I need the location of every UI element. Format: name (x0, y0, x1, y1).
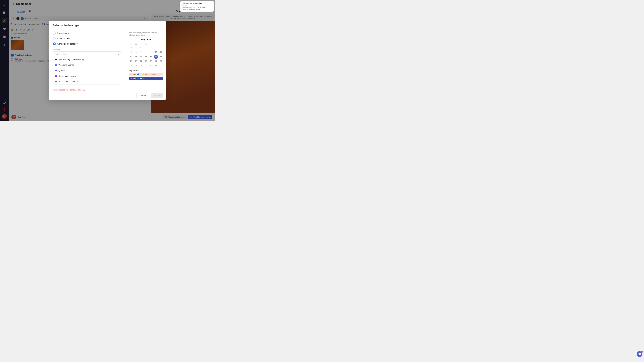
modal-right: View your already scheduled posts by sel… (126, 29, 166, 87)
cal-day[interactable]: 29 (134, 46, 138, 50)
chevron-up-icon: ▲ (118, 53, 120, 55)
category-dot-content (55, 81, 57, 82)
category-item-quotes[interactable]: Quotes (53, 68, 122, 73)
scheduled-post-1[interactable]: 01:00 PM f ✉️ ✅ 🟠 Your Wishlist, ... (129, 73, 163, 76)
post2-time: 06:03 PM (130, 78, 136, 79)
category-dot-memes (55, 64, 57, 66)
category-label-memes: Weekend Memes (58, 64, 74, 66)
post2-emoji: ✉️ (140, 78, 142, 79)
category-dropdown-header[interactable]: Select category ▲ (53, 52, 122, 57)
category-dot-quotes (55, 70, 57, 71)
category-placeholder: Select category (55, 53, 69, 55)
custom-time-label: Custom time (57, 37, 70, 40)
notif-app: "NOTION" NOTIFICATIONS (182, 2, 212, 4)
category-item-news[interactable]: Social Media News (53, 73, 122, 79)
schedule-by-category-label: Schedule by category (57, 42, 78, 45)
cal-day[interactable]: 6 (134, 50, 138, 54)
cal-day[interactable]: 28 (129, 46, 133, 50)
post1-text: Your Wishlist, ... (148, 73, 158, 75)
notif-time: 4m ago (182, 4, 212, 6)
cal-day-today[interactable]: 17 (154, 55, 158, 59)
post1-time: 01:00 PM (130, 73, 136, 75)
post1-fb-icon: f (137, 73, 139, 75)
option-immediately[interactable]: Immediately (53, 32, 122, 35)
cal-day[interactable]: 28 (139, 64, 143, 68)
category-dot-videos (55, 59, 57, 60)
radio-schedule-by-category (53, 42, 56, 45)
cal-day[interactable]: 18 (159, 55, 163, 59)
cal-day[interactable]: 27 (134, 64, 138, 68)
category-item-videos[interactable]: Best Posting Times (Videos) (53, 57, 122, 62)
category-item-memes[interactable]: Weekend Memes (53, 62, 122, 68)
cal-day[interactable]: 23 (149, 59, 153, 63)
modal-overlay: Select schedule type Immediately Custom … (0, 0, 215, 121)
cal-day[interactable]: 1 (144, 46, 148, 50)
cal-day[interactable]: 30 (149, 64, 153, 68)
cal-day[interactable]: 3 (154, 46, 158, 50)
cal-day[interactable]: 12 (129, 55, 133, 59)
category-label-content: Social Media Content (58, 80, 78, 83)
radio-custom-time (53, 37, 56, 40)
radio-immediately (53, 32, 56, 35)
modal-body: Immediately Custom time Schedule by cate… (49, 29, 166, 87)
cal-day[interactable]: 25 (159, 59, 163, 63)
notification-toast: "NOTION" NOTIFICATIONS 4m ago Notificati… (180, 1, 214, 12)
category-item-content[interactable]: Social Media Content (53, 79, 122, 84)
post1-check: ✅ (142, 73, 144, 75)
category-label-videos: Best Posting Times (Videos) (58, 58, 84, 61)
calendar-month-year: May 2024 (141, 38, 151, 41)
category-dropdown: Select category ▲ Best Posting Times (Vi… (53, 51, 122, 84)
cal-day[interactable]: 4 (159, 46, 163, 50)
apply-button[interactable]: Apply (151, 93, 163, 98)
error-message: Please select a valid schedule category (49, 87, 166, 91)
cal-day[interactable]: 7 (139, 50, 143, 54)
immediately-label: Immediately (57, 32, 69, 34)
cal-day[interactable]: 19 (129, 59, 133, 63)
schedule-modal: Select schedule type Immediately Custom … (49, 21, 166, 100)
cal-day[interactable]: 21 (139, 59, 143, 63)
cal-day[interactable]: 31 (154, 64, 158, 68)
option-schedule-by-category[interactable]: Schedule by category (53, 42, 122, 45)
cancel-button[interactable]: Cancel (136, 93, 150, 98)
cal-day[interactable]: 29 (144, 64, 148, 68)
scheduled-post-2[interactable]: 06:03 PM f ✉️ 🔰 (129, 77, 163, 80)
cal-day[interactable]: 10 (154, 50, 158, 54)
cal-day[interactable]: 30 (139, 46, 143, 50)
calendar-prev-button[interactable]: ‹ (129, 38, 131, 41)
category-section: Category Select category ▲ Best Posting … (53, 48, 122, 84)
category-label: Category (53, 48, 122, 50)
cal-day[interactable]: 8 (144, 50, 148, 54)
option-custom-time[interactable]: Custom time (53, 37, 122, 40)
cal-day[interactable]: 13 (134, 55, 138, 59)
modal-footer: Cancel Apply (49, 91, 166, 100)
calendar-next-button[interactable]: › (161, 38, 163, 41)
category-label-quotes: Quotes (58, 69, 65, 72)
calendar-grid: S M T W T F S 28 29 30 1 2 3 4 5 (129, 43, 163, 68)
post1-emoji: ✉️ (140, 73, 142, 75)
cal-day[interactable]: 26 (129, 64, 133, 68)
cal-day[interactable]: 16 (149, 55, 153, 59)
cal-day[interactable]: 11 (159, 50, 163, 54)
post2-badge: 🔰 (142, 78, 144, 79)
cal-day[interactable]: 20 (134, 59, 138, 63)
notif-text: Notifications may include alerts, sounds… (182, 6, 212, 10)
selected-date: May 17 2024 (129, 70, 163, 72)
cal-day[interactable]: 2 (149, 46, 153, 50)
category-list: Best Posting Times (Videos) Weekend Meme… (53, 57, 122, 84)
cal-day[interactable]: 22 (144, 59, 148, 63)
cal-day[interactable]: 1 (159, 64, 163, 68)
cal-day[interactable]: 14 (139, 55, 143, 59)
calendar-nav: ‹ May 2024 › (129, 38, 163, 41)
category-label-news: Social Media News (58, 75, 76, 77)
post1-circle: 🟠 (145, 73, 147, 75)
modal-left: Immediately Custom time Schedule by cate… (49, 29, 126, 87)
post2-fb-icon: f (137, 77, 139, 79)
cal-day[interactable]: 9 (149, 50, 153, 54)
calendar-info: View your already scheduled posts by sel… (129, 32, 163, 36)
modal-title: Select schedule type (49, 21, 166, 29)
cal-day[interactable]: 15 (144, 55, 148, 59)
category-dot-news (55, 75, 57, 77)
cal-day[interactable]: 24 (154, 59, 158, 63)
cal-day[interactable]: 5 (129, 50, 133, 54)
